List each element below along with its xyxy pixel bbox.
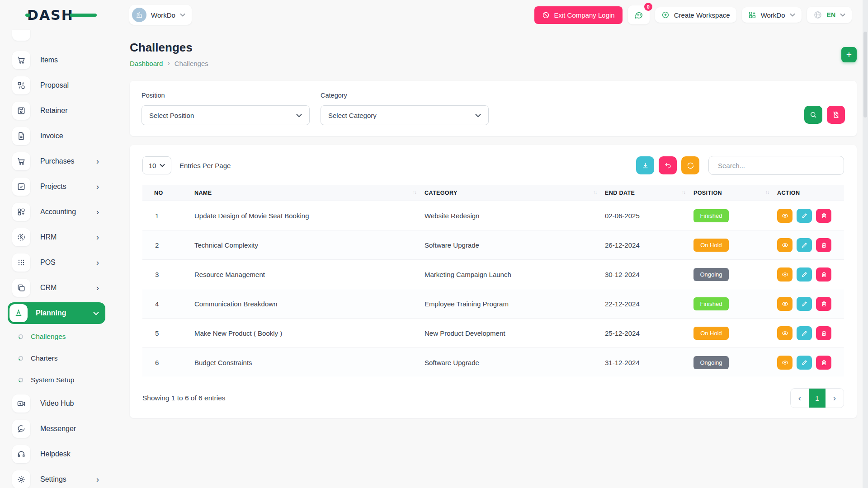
edit-button[interactable]: [797, 209, 812, 223]
sidebar-item-projects[interactable]: Projects ›: [12, 174, 105, 199]
edit-button[interactable]: [797, 238, 812, 252]
page-size-value: 10: [149, 162, 156, 169]
topbar: DASH WorkDo Exit Company Login 0 Create …: [0, 0, 868, 30]
file-off-icon: [832, 111, 840, 119]
chevron-down-icon: [840, 13, 845, 17]
sidebar-item-retainer[interactable]: Retainer: [12, 98, 105, 123]
sidebar-item-pos[interactable]: POS ›: [12, 250, 105, 275]
chevron-right-icon: ›: [96, 284, 99, 292]
apply-filter-button[interactable]: [804, 106, 822, 124]
search-icon: [809, 111, 817, 119]
cell-name: Technical Complexity: [194, 230, 425, 260]
video-camera-icon: [12, 394, 30, 413]
sidebar-item-label: CRM: [40, 284, 57, 292]
sidebar-item-label: HRM: [40, 233, 57, 241]
chevron-right-icon: ›: [96, 183, 99, 191]
sidebar-subitem-charters[interactable]: Charters: [12, 347, 105, 369]
delete-button[interactable]: [816, 356, 831, 370]
header-category[interactable]: ↑↓CATEGORY: [425, 185, 605, 201]
messages-button[interactable]: 0: [628, 5, 650, 24]
sidebar-item-label: Planning: [36, 309, 66, 317]
sidebar-item-settings[interactable]: Settings ›: [12, 467, 105, 488]
delete-button[interactable]: [816, 326, 831, 340]
challenges-table: NO ↑↓NAME ↑↓CATEGORY ↑↓END DATE ↑↓POSITI…: [142, 185, 844, 377]
page-scrollbar[interactable]: [863, 0, 868, 488]
pagination-prev-button[interactable]: ‹: [791, 389, 809, 408]
scrollbar-thumb[interactable]: [863, 32, 867, 117]
category-select[interactable]: Select Category: [321, 105, 489, 125]
sidebar-subitem-challenges[interactable]: Challenges: [12, 326, 105, 347]
sidebar-item-planning[interactable]: Planning: [8, 302, 105, 324]
undo-button[interactable]: [659, 156, 677, 174]
view-button[interactable]: [777, 297, 793, 311]
position-label: Position: [142, 92, 310, 99]
view-button[interactable]: [777, 356, 793, 370]
cell-category: Marketing Campaign Launch: [425, 260, 605, 289]
export-button[interactable]: [636, 156, 654, 174]
sidebar-item-crm[interactable]: CRM ›: [12, 275, 105, 300]
cell-name: Communication Breakdown: [194, 289, 425, 319]
delete-button[interactable]: [816, 297, 831, 311]
cart-icon: [12, 152, 30, 170]
download-icon: [642, 162, 649, 169]
sidebar-item-hrm[interactable]: HRM ›: [12, 225, 105, 250]
pagination-next-button[interactable]: ›: [826, 389, 844, 408]
cell-end-date: 30-12-2024: [605, 260, 693, 289]
exit-company-login-button[interactable]: Exit Company Login: [534, 6, 622, 24]
globe-icon: [813, 10, 822, 19]
sidebar-subitem-system-setup[interactable]: System Setup: [12, 369, 105, 391]
breadcrumb-dashboard-link[interactable]: Dashboard: [130, 60, 163, 67]
status-badge: On Hold: [693, 327, 729, 340]
sidebar-item-helpdesk[interactable]: Helpdesk: [12, 441, 105, 467]
refresh-button[interactable]: [681, 156, 699, 174]
sidebar-item-purchases[interactable]: Purchases ›: [12, 149, 105, 174]
sidebar-subitem-label: Challenges: [31, 333, 66, 341]
table-row: 4 Communication Breakdown Employee Train…: [142, 289, 844, 319]
edit-button[interactable]: [797, 267, 812, 282]
delete-button[interactable]: [816, 267, 831, 282]
language-menu[interactable]: EN: [807, 7, 852, 23]
sidebar-item-accounting[interactable]: Accounting ›: [12, 199, 105, 225]
header-end-date[interactable]: ↑↓END DATE: [605, 185, 693, 201]
donut-bullet-icon: [18, 334, 24, 339]
pagination: ‹ 1 ›: [790, 388, 844, 408]
table-search-input[interactable]: [708, 156, 844, 175]
position-select[interactable]: Select Position: [142, 105, 310, 125]
delete-button[interactable]: [816, 238, 831, 252]
sidebar-item-label: Settings: [40, 475, 66, 483]
edit-button[interactable]: [797, 297, 812, 311]
sort-icon: ↑↓: [593, 190, 597, 195]
header-action: ACTION: [777, 185, 844, 201]
add-challenge-button[interactable]: +: [841, 47, 857, 62]
sidebar-item-proposal[interactable]: Proposal: [12, 73, 105, 98]
delete-button[interactable]: [816, 209, 831, 223]
cell-category: Software Upgrade: [425, 348, 605, 377]
header-name[interactable]: ↑↓NAME: [194, 185, 425, 201]
sidebar-item-items[interactable]: Items: [12, 47, 105, 73]
sidebar-item-invoice[interactable]: Invoice: [12, 123, 105, 149]
trash-icon: [821, 300, 827, 307]
page-size-select[interactable]: 10: [142, 156, 171, 174]
cell-no: 5: [142, 319, 194, 348]
view-button[interactable]: [777, 209, 793, 223]
status-badge: Finished: [693, 209, 729, 222]
cell-name: Budget Constraints: [194, 348, 425, 377]
edit-button[interactable]: [797, 326, 812, 340]
chevron-right-icon: ›: [96, 233, 99, 241]
sidebar-item-messenger[interactable]: Messenger: [12, 416, 105, 441]
pencil-icon: [801, 330, 808, 337]
check-square-icon: [12, 178, 30, 196]
floppy-icon: [12, 102, 30, 120]
workspace-menu[interactable]: WorkDo: [742, 7, 802, 23]
view-button[interactable]: [777, 238, 793, 252]
company-switcher[interactable]: WorkDo: [129, 5, 192, 25]
chevron-down-icon: [180, 13, 185, 17]
header-position[interactable]: ↑↓POSITION: [693, 185, 777, 201]
view-button[interactable]: [777, 326, 793, 340]
clear-filter-button[interactable]: [827, 106, 845, 124]
sidebar-item-video-hub[interactable]: Video Hub: [12, 391, 105, 416]
view-button[interactable]: [777, 267, 793, 282]
edit-button[interactable]: [797, 356, 812, 370]
create-workspace-button[interactable]: Create Workspace: [655, 7, 736, 23]
undo-arrow-icon: [664, 162, 672, 169]
